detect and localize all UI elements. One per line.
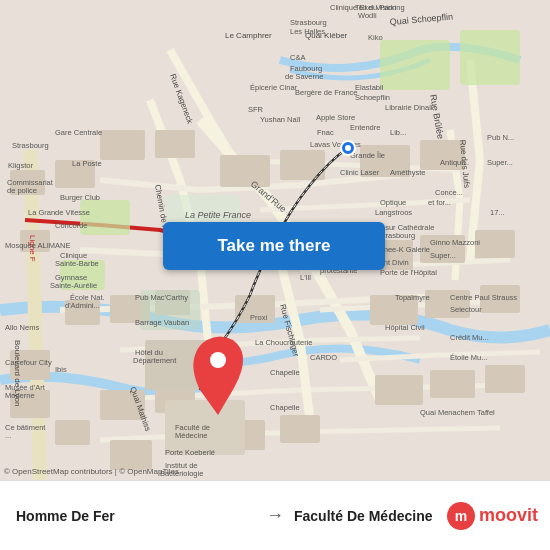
svg-text:Barrage Vauban: Barrage Vauban bbox=[135, 318, 189, 327]
svg-text:C&A: C&A bbox=[290, 53, 305, 62]
svg-text:d'Admini...: d'Admini... bbox=[65, 301, 100, 310]
svg-text:Clinic Laser: Clinic Laser bbox=[340, 168, 380, 177]
svg-rect-2 bbox=[380, 40, 450, 90]
svg-rect-34 bbox=[485, 365, 525, 393]
svg-text:Lib...: Lib... bbox=[390, 128, 406, 137]
bottom-bar: Homme De Fer → Faculté De Médecine m moo… bbox=[0, 480, 550, 550]
svg-text:Département: Département bbox=[133, 356, 177, 365]
svg-text:Épicerie Cinar: Épicerie Cinar bbox=[250, 83, 298, 92]
svg-rect-28 bbox=[475, 230, 515, 258]
arrow-icon: → bbox=[266, 505, 284, 526]
svg-text:Centre Paul Strauss: Centre Paul Strauss bbox=[450, 293, 517, 302]
svg-text:Proxi: Proxi bbox=[250, 313, 267, 322]
svg-text:© OpenStreetMap contributors |: © OpenStreetMap contributors | © OpenMap… bbox=[4, 467, 179, 476]
svg-text:La Grande Vitesse: La Grande Vitesse bbox=[28, 208, 90, 217]
svg-text:Strasbourg: Strasbourg bbox=[290, 18, 327, 27]
svg-text:Hôpital Civil: Hôpital Civil bbox=[385, 323, 425, 332]
svg-text:Topalmyre: Topalmyre bbox=[395, 293, 430, 302]
svg-text:Antiqui...: Antiqui... bbox=[440, 158, 469, 167]
svg-text:Super...: Super... bbox=[430, 251, 456, 260]
svg-text:SFR: SFR bbox=[248, 105, 264, 114]
svg-text:Porte de l'Hôpital: Porte de l'Hôpital bbox=[380, 268, 437, 277]
svg-text:CARDO: CARDO bbox=[310, 353, 337, 362]
svg-text:Conce...: Conce... bbox=[435, 188, 463, 197]
svg-text:Améthyste: Améthyste bbox=[390, 168, 425, 177]
svg-text:Mosquée ALIMANE: Mosquée ALIMANE bbox=[5, 241, 70, 250]
svg-text:Kligstor: Kligstor bbox=[8, 161, 34, 170]
svg-text:Entendre: Entendre bbox=[350, 123, 380, 132]
svg-text:Optique: Optique bbox=[380, 198, 406, 207]
svg-text:Sainte-Barbe: Sainte-Barbe bbox=[55, 259, 99, 268]
svg-text:Apple Store: Apple Store bbox=[316, 113, 355, 122]
svg-text:Crédit Mu...: Crédit Mu... bbox=[450, 333, 489, 342]
svg-text:Strasbourg: Strasbourg bbox=[12, 141, 49, 150]
svg-text:Fnac: Fnac bbox=[317, 128, 334, 137]
svg-point-139 bbox=[345, 145, 351, 151]
svg-text:...: ... bbox=[5, 431, 11, 440]
svg-rect-23 bbox=[280, 415, 320, 443]
svg-text:Grande Île: Grande Île bbox=[350, 151, 385, 160]
svg-text:Kiko: Kiko bbox=[368, 33, 383, 42]
svg-text:Concorde: Concorde bbox=[55, 221, 88, 230]
svg-rect-33 bbox=[430, 370, 475, 398]
svg-text:Bergère de France: Bergère de France bbox=[295, 88, 358, 97]
svg-text:Pub Mac'Carthy: Pub Mac'Carthy bbox=[135, 293, 188, 302]
svg-text:L'Ill: L'Ill bbox=[300, 273, 311, 282]
map-container: Quai Schoepflin Quai Kléber Rue Brûlée R… bbox=[0, 0, 550, 480]
svg-rect-32 bbox=[375, 375, 423, 405]
svg-rect-11 bbox=[55, 420, 90, 445]
svg-text:Clinique Exel Vision: Clinique Exel Vision bbox=[330, 3, 396, 12]
svg-text:Yushan Naïl: Yushan Naïl bbox=[260, 115, 301, 124]
svg-text:Ibis: Ibis bbox=[55, 365, 67, 374]
svg-text:de police: de police bbox=[7, 186, 37, 195]
svg-text:Chapelle: Chapelle bbox=[270, 403, 300, 412]
svg-text:Elastabil: Elastabil bbox=[355, 83, 384, 92]
svg-text:de Saverne: de Saverne bbox=[285, 72, 323, 81]
svg-rect-18 bbox=[110, 440, 152, 470]
svg-rect-3 bbox=[460, 30, 520, 85]
moovit-brand-name: moovit bbox=[479, 505, 538, 526]
svg-text:Quai Menachem Taffel: Quai Menachem Taffel bbox=[420, 408, 495, 417]
svg-rect-19 bbox=[220, 155, 270, 187]
svg-text:Sainte-Aurélie: Sainte-Aurélie bbox=[50, 281, 97, 290]
svg-rect-13 bbox=[155, 130, 195, 158]
svg-text:Wodli: Wodli bbox=[358, 11, 377, 20]
svg-text:Médecine: Médecine bbox=[175, 431, 208, 440]
svg-text:Ginno Mazzoni: Ginno Mazzoni bbox=[430, 238, 480, 247]
svg-text:Carrefour City: Carrefour City bbox=[5, 358, 52, 367]
svg-text:La Poste: La Poste bbox=[72, 159, 102, 168]
svg-text:Super...: Super... bbox=[487, 158, 513, 167]
svg-text:Allo Nems: Allo Nems bbox=[5, 323, 39, 332]
svg-text:Le Camphrer: Le Camphrer bbox=[225, 31, 272, 40]
svg-text:17...: 17... bbox=[490, 208, 505, 217]
svg-text:La Choucrouterie: La Choucrouterie bbox=[255, 338, 313, 347]
moovit-logo: m moovit bbox=[447, 502, 538, 530]
svg-text:et for...: et for... bbox=[428, 198, 451, 207]
svg-rect-12 bbox=[100, 130, 145, 160]
take-me-there-button[interactable]: Take me there bbox=[163, 222, 385, 270]
svg-text:Moderne: Moderne bbox=[5, 391, 35, 400]
svg-text:Pub N...: Pub N... bbox=[487, 133, 514, 142]
svg-text:Schoepflin: Schoepflin bbox=[355, 93, 390, 102]
origin-label: Homme De Fer bbox=[16, 508, 256, 524]
svg-text:Porte Koeberlé: Porte Koeberlé bbox=[165, 448, 215, 457]
svg-text:Librairie Dinali: Librairie Dinali bbox=[385, 103, 433, 112]
svg-text:Étoile Mu...: Étoile Mu... bbox=[450, 353, 488, 362]
svg-text:Langstroos: Langstroos bbox=[375, 208, 412, 217]
svg-text:Gare Centrale: Gare Centrale bbox=[55, 128, 102, 137]
svg-text:Les Halles: Les Halles bbox=[290, 27, 325, 36]
svg-text:Selectour: Selectour bbox=[450, 305, 482, 314]
svg-text:Chapelle: Chapelle bbox=[270, 368, 300, 377]
svg-text:Burger Club: Burger Club bbox=[60, 193, 100, 202]
svg-text:La Petite France: La Petite France bbox=[185, 210, 251, 220]
svg-point-140 bbox=[210, 352, 226, 368]
moovit-dot-icon: m bbox=[447, 502, 475, 530]
